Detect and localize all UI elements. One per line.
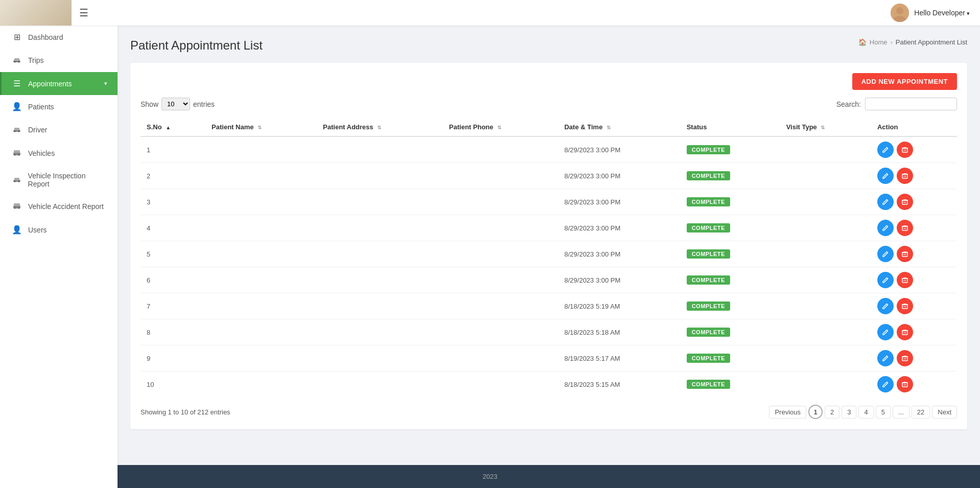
cell-sno: 3: [141, 189, 205, 215]
cell-status: COMPLETE: [681, 163, 780, 189]
cell-status: COMPLETE: [681, 136, 780, 163]
cell-action: [871, 293, 957, 319]
pagination-page-4[interactable]: 4: [858, 406, 873, 419]
sidebar-item-driver[interactable]: Driver: [0, 118, 118, 142]
col-patient-phone[interactable]: Patient Phone ⇅: [443, 118, 558, 136]
search-input[interactable]: [865, 98, 957, 110]
delete-button[interactable]: [897, 298, 913, 314]
edit-button[interactable]: [877, 246, 894, 262]
delete-button[interactable]: [897, 194, 913, 210]
pagination-previous[interactable]: Previous: [769, 406, 806, 419]
cell-date-time: 8/18/2023 5:15 AM: [558, 371, 680, 398]
col-patient-name[interactable]: Patient Name ⇅: [205, 118, 317, 136]
col-sno[interactable]: S.No ▲: [141, 118, 205, 136]
table-body: 1 8/29/2023 3:00 PM COMPLETE 2: [141, 136, 957, 397]
delete-button[interactable]: [897, 168, 913, 184]
sidebar-item-users[interactable]: 👤 Users: [0, 218, 118, 241]
cell-patient-phone: [443, 371, 558, 398]
add-appointment-button[interactable]: ADD NEW APPOINTMENT: [852, 73, 957, 90]
sort-icon-visit: ⇅: [821, 125, 825, 130]
action-buttons: [877, 142, 951, 158]
entries-select[interactable]: 10 25 50 100: [161, 98, 190, 110]
edit-button[interactable]: [877, 220, 894, 236]
cell-date-time: 8/18/2023 5:18 AM: [558, 319, 680, 345]
cell-visit-type: [780, 345, 871, 371]
sidebar-item-patients[interactable]: 👤 Patients: [0, 95, 118, 118]
cell-date-time: 8/29/2023 3:00 PM: [558, 241, 680, 267]
svg-point-12: [14, 154, 16, 156]
patients-icon: 👤: [12, 102, 22, 111]
cell-visit-type: [780, 267, 871, 293]
vehicles-icon: [12, 148, 22, 158]
edit-button[interactable]: [877, 272, 894, 288]
edit-button[interactable]: [877, 142, 894, 158]
cell-patient-name: [205, 163, 317, 189]
pagination-page-3[interactable]: 3: [842, 406, 856, 419]
delete-button[interactable]: [897, 324, 913, 340]
cell-visit-type: [780, 215, 871, 241]
topbar-right: Hello Developer: [891, 4, 970, 22]
cell-sno: 1: [141, 136, 205, 163]
col-visit-type[interactable]: Visit Type ⇅: [780, 118, 871, 136]
svg-rect-10: [14, 128, 19, 130]
status-badge: COMPLETE: [687, 197, 730, 206]
table-controls: Show 10 25 50 100 entries Search:: [141, 98, 957, 110]
sidebar-item-dashboard[interactable]: ⊞ Dashboard: [0, 26, 118, 49]
cell-patient-name: [205, 215, 317, 241]
edit-button[interactable]: [877, 324, 894, 340]
status-badge: COMPLETE: [687, 275, 730, 285]
hamburger-button[interactable]: ☰: [79, 7, 88, 19]
svg-rect-25: [902, 200, 907, 204]
edit-button[interactable]: [877, 168, 894, 184]
sidebar-item-vehicles[interactable]: Vehicles: [0, 142, 118, 165]
pagination-page-5[interactable]: 5: [876, 406, 891, 419]
delete-button[interactable]: [897, 272, 913, 288]
cell-patient-name: [205, 136, 317, 163]
sort-icon-sno: ▲: [166, 125, 171, 130]
pagination-next[interactable]: Next: [932, 406, 957, 419]
edit-button[interactable]: [877, 194, 894, 210]
pagination-page-1[interactable]: 1: [808, 405, 823, 419]
cell-visit-type: [780, 371, 871, 398]
cell-date-time: 8/29/2023 3:00 PM: [558, 189, 680, 215]
breadcrumb-separator: ›: [890, 38, 892, 46]
delete-button[interactable]: [897, 220, 913, 236]
edit-button[interactable]: [877, 298, 894, 314]
delete-button[interactable]: [897, 376, 913, 392]
action-buttons: [877, 272, 951, 288]
sidebar-item-appointments[interactable]: ☰ Appointments ▾: [0, 72, 118, 95]
cell-patient-name: [205, 371, 317, 398]
edit-button[interactable]: [877, 376, 894, 392]
pagination: Previous 1 2 3 4 5 ... 22 Next: [769, 405, 957, 419]
cell-visit-type: [780, 241, 871, 267]
edit-button[interactable]: [877, 350, 894, 366]
delete-button[interactable]: [897, 142, 913, 158]
svg-point-20: [14, 207, 16, 209]
svg-rect-32: [902, 383, 907, 387]
cell-status: COMPLETE: [681, 319, 780, 345]
cell-patient-name: [205, 319, 317, 345]
pagination-page-22[interactable]: 22: [912, 406, 930, 419]
cell-visit-type: [780, 189, 871, 215]
sidebar-item-vehicle-accident[interactable]: Vehicle Accident Report: [0, 195, 118, 218]
svg-point-13: [18, 154, 20, 156]
svg-rect-26: [902, 226, 907, 230]
delete-button[interactable]: [897, 350, 913, 366]
svg-rect-31: [902, 357, 907, 361]
pagination-page-2[interactable]: 2: [825, 406, 839, 419]
sidebar-item-trips[interactable]: Trips: [0, 49, 118, 72]
svg-rect-28: [902, 278, 907, 283]
col-date-time[interactable]: Date & Time ⇅: [558, 118, 680, 136]
col-patient-address[interactable]: Patient Address ⇅: [317, 118, 443, 136]
topbar: ☰ Hello Developer: [0, 0, 980, 26]
delete-button[interactable]: [897, 246, 913, 262]
breadcrumb-home[interactable]: Home: [870, 38, 888, 46]
svg-point-16: [14, 181, 15, 182]
vehicle-accident-icon: [12, 201, 22, 212]
pagination-ellipsis: ...: [893, 406, 909, 419]
user-name[interactable]: Hello Developer: [914, 9, 970, 17]
sidebar-item-vehicle-inspection[interactable]: Vehicle Inspection Report: [0, 165, 118, 195]
page-header: Patient Appointment List 🏠 Home › Patien…: [130, 38, 967, 53]
action-buttons: [877, 350, 951, 366]
cell-status: COMPLETE: [681, 189, 780, 215]
